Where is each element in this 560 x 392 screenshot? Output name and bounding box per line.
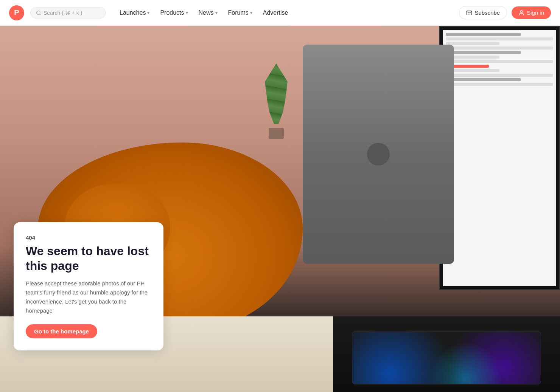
chevron-down-icon: ▾ [215,10,218,15]
screen-content-line [446,83,553,86]
svg-point-2 [520,11,522,12]
macbook-laptop [303,45,454,264]
screen-content-line [446,69,499,72]
chevron-down-icon: ▾ [250,10,252,15]
error-card: 404 We seem to have lost this page Pleas… [14,222,163,350]
screen-content-line [446,33,521,36]
go-to-homepage-button[interactable]: Go to the homepage [26,324,97,338]
nav-link-launches[interactable]: Launches ▾ [115,6,154,19]
user-icon [518,10,524,16]
chevron-down-icon: ▾ [186,10,188,15]
signin-button[interactable]: Sign in [512,6,551,19]
error-description: Please accept these adorable photos of o… [26,279,151,315]
monitor-screen [443,30,556,286]
nav-link-products[interactable]: Products ▾ [156,6,192,19]
nav-link-news[interactable]: News ▾ [194,6,222,19]
plant-pot [269,128,284,139]
screen-content-line [446,37,553,40]
monitor [439,26,560,290]
search-icon [36,10,41,15]
nav-link-advertise[interactable]: Advertise [258,6,293,19]
plant-leaves [265,64,288,124]
screen-content-line [446,60,553,63]
chevron-down-icon: ▾ [147,10,149,15]
navbar: P Search ( ⌘ + k ) Launches ▾ Products ▾… [0,0,560,26]
screen-content-line [446,78,521,81]
logo[interactable]: P [9,5,24,20]
screen-content-line [446,46,553,50]
screen-content-line [446,42,499,45]
keyboard [352,332,541,384]
nav-link-forums[interactable]: Forums ▾ [224,6,257,19]
nav-actions: Subscribe Sign in [459,6,551,19]
search-placeholder: Search ( ⌘ + k ) [44,10,82,16]
screen-content-line [446,51,521,54]
svg-line-1 [40,14,41,15]
nav-links: Launches ▾ Products ▾ News ▾ Forums ▾ Ad… [115,6,456,19]
hero-background: 404 We seem to have lost this page Pleas… [0,26,560,392]
email-icon [466,10,472,16]
subscribe-button[interactable]: Subscribe [459,6,507,19]
plant-decoration [257,64,295,139]
error-code: 404 [26,234,151,241]
screen-content-line [446,56,499,59]
screen-content-line [446,74,553,77]
error-title: We seem to have lost this page [26,244,151,273]
search-bar[interactable]: Search ( ⌘ + k ) [30,7,106,19]
apple-logo [367,143,390,166]
